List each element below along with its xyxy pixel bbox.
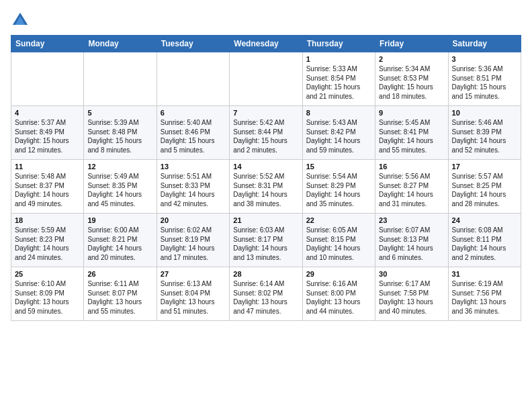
day-number: 18: [15, 216, 80, 224]
day-cell: 12Sunrise: 5:49 AM Sunset: 8:35 PM Dayli…: [84, 160, 157, 214]
day-cell: 8Sunrise: 5:43 AM Sunset: 8:42 PM Daylig…: [302, 106, 375, 160]
day-cell: 19Sunrise: 6:00 AM Sunset: 8:21 PM Dayli…: [84, 214, 157, 267]
day-number: 24: [452, 216, 517, 224]
day-cell: 28Sunrise: 6:14 AM Sunset: 8:02 PM Dayli…: [230, 267, 302, 321]
day-info: Sunrise: 5:54 AM Sunset: 8:29 PM Dayligh…: [306, 172, 371, 208]
day-info: Sunrise: 5:45 AM Sunset: 8:41 PM Dayligh…: [379, 118, 444, 154]
day-cell: 25Sunrise: 6:10 AM Sunset: 8:09 PM Dayli…: [11, 267, 84, 321]
day-cell: 29Sunrise: 6:16 AM Sunset: 8:00 PM Dayli…: [302, 267, 375, 321]
week-row-3: 18Sunrise: 5:59 AM Sunset: 8:23 PM Dayli…: [11, 214, 521, 267]
week-row-2: 11Sunrise: 5:48 AM Sunset: 8:37 PM Dayli…: [11, 160, 521, 214]
week-row-0: 1Sunrise: 5:33 AM Sunset: 8:54 PM Daylig…: [11, 52, 521, 106]
day-number: 12: [87, 163, 152, 171]
day-number: 22: [306, 216, 371, 224]
day-number: 21: [233, 216, 298, 224]
day-info: Sunrise: 6:07 AM Sunset: 8:13 PM Dayligh…: [379, 226, 444, 262]
day-cell: 6Sunrise: 5:40 AM Sunset: 8:46 PM Daylig…: [157, 106, 229, 160]
day-number: 19: [87, 216, 152, 224]
day-info: Sunrise: 6:08 AM Sunset: 8:11 PM Dayligh…: [452, 226, 517, 262]
day-info: Sunrise: 6:16 AM Sunset: 8:00 PM Dayligh…: [306, 279, 371, 316]
day-info: Sunrise: 5:39 AM Sunset: 8:48 PM Dayligh…: [87, 118, 152, 154]
day-cell: 31Sunrise: 6:19 AM Sunset: 7:56 PM Dayli…: [448, 267, 521, 321]
day-number: 26: [87, 270, 152, 278]
day-number: 1: [306, 55, 371, 63]
day-info: Sunrise: 5:42 AM Sunset: 8:44 PM Dayligh…: [233, 118, 298, 154]
day-cell: 23Sunrise: 6:07 AM Sunset: 8:13 PM Dayli…: [375, 214, 448, 267]
day-info: Sunrise: 5:52 AM Sunset: 8:31 PM Dayligh…: [233, 172, 298, 208]
week-row-4: 25Sunrise: 6:10 AM Sunset: 8:09 PM Dayli…: [11, 267, 521, 321]
day-info: Sunrise: 6:17 AM Sunset: 7:58 PM Dayligh…: [379, 279, 444, 316]
day-cell: [157, 52, 229, 106]
day-cell: 2Sunrise: 5:34 AM Sunset: 8:53 PM Daylig…: [375, 52, 448, 106]
day-cell: 18Sunrise: 5:59 AM Sunset: 8:23 PM Dayli…: [11, 214, 84, 267]
day-info: Sunrise: 5:59 AM Sunset: 8:23 PM Dayligh…: [15, 226, 80, 262]
day-number: 10: [452, 109, 517, 117]
day-cell: 27Sunrise: 6:13 AM Sunset: 8:04 PM Dayli…: [157, 267, 229, 321]
day-info: Sunrise: 5:48 AM Sunset: 8:37 PM Dayligh…: [15, 172, 80, 208]
day-info: Sunrise: 6:00 AM Sunset: 8:21 PM Dayligh…: [87, 226, 152, 262]
page: SundayMondayTuesdayWednesdayThursdayFrid…: [0, 0, 532, 411]
day-number: 3: [452, 55, 517, 63]
header-row: SundayMondayTuesdayWednesdayThursdayFrid…: [11, 36, 521, 52]
day-info: Sunrise: 5:43 AM Sunset: 8:42 PM Dayligh…: [306, 118, 371, 154]
day-cell: 17Sunrise: 5:57 AM Sunset: 8:25 PM Dayli…: [448, 160, 521, 214]
day-info: Sunrise: 5:36 AM Sunset: 8:51 PM Dayligh…: [452, 64, 517, 101]
week-row-1: 4Sunrise: 5:37 AM Sunset: 8:49 PM Daylig…: [11, 106, 521, 160]
col-header-friday: Friday: [375, 36, 448, 52]
day-info: Sunrise: 5:33 AM Sunset: 8:54 PM Dayligh…: [306, 64, 371, 101]
col-header-wednesday: Wednesday: [230, 36, 302, 52]
day-number: 20: [161, 216, 226, 224]
day-number: 14: [233, 163, 298, 171]
day-cell: 21Sunrise: 6:03 AM Sunset: 8:17 PM Dayli…: [230, 214, 302, 267]
day-info: Sunrise: 5:56 AM Sunset: 8:27 PM Dayligh…: [379, 172, 444, 208]
day-number: 7: [233, 109, 298, 117]
logo: [11, 11, 32, 30]
day-cell: 3Sunrise: 5:36 AM Sunset: 8:51 PM Daylig…: [448, 52, 521, 106]
day-cell: 30Sunrise: 6:17 AM Sunset: 7:58 PM Dayli…: [375, 267, 448, 321]
day-info: Sunrise: 6:19 AM Sunset: 7:56 PM Dayligh…: [452, 279, 517, 316]
day-info: Sunrise: 6:14 AM Sunset: 8:02 PM Dayligh…: [233, 279, 298, 316]
day-info: Sunrise: 5:49 AM Sunset: 8:35 PM Dayligh…: [87, 172, 152, 208]
day-cell: 15Sunrise: 5:54 AM Sunset: 8:29 PM Dayli…: [302, 160, 375, 214]
day-number: 8: [306, 109, 371, 117]
day-cell: 11Sunrise: 5:48 AM Sunset: 8:37 PM Dayli…: [11, 160, 84, 214]
day-cell: 13Sunrise: 5:51 AM Sunset: 8:33 PM Dayli…: [157, 160, 229, 214]
day-cell: [230, 52, 302, 106]
day-cell: 1Sunrise: 5:33 AM Sunset: 8:54 PM Daylig…: [302, 52, 375, 106]
day-info: Sunrise: 6:02 AM Sunset: 8:19 PM Dayligh…: [161, 226, 226, 262]
day-number: 28: [233, 270, 298, 278]
day-number: 17: [452, 163, 517, 171]
day-info: Sunrise: 6:05 AM Sunset: 8:15 PM Dayligh…: [306, 226, 371, 262]
day-number: 11: [15, 163, 80, 171]
day-cell: 9Sunrise: 5:45 AM Sunset: 8:41 PM Daylig…: [375, 106, 448, 160]
col-header-monday: Monday: [84, 36, 157, 52]
day-number: 9: [379, 109, 444, 117]
day-info: Sunrise: 5:51 AM Sunset: 8:33 PM Dayligh…: [161, 172, 226, 208]
day-info: Sunrise: 5:40 AM Sunset: 8:46 PM Dayligh…: [161, 118, 226, 154]
calendar: SundayMondayTuesdayWednesdayThursdayFrid…: [11, 35, 521, 321]
day-info: Sunrise: 5:34 AM Sunset: 8:53 PM Dayligh…: [379, 64, 444, 101]
day-number: 29: [306, 270, 371, 278]
day-cell: 14Sunrise: 5:52 AM Sunset: 8:31 PM Dayli…: [230, 160, 302, 214]
day-number: 15: [306, 163, 371, 171]
day-info: Sunrise: 5:57 AM Sunset: 8:25 PM Dayligh…: [452, 172, 517, 208]
day-info: Sunrise: 5:37 AM Sunset: 8:49 PM Dayligh…: [15, 118, 80, 154]
day-cell: 7Sunrise: 5:42 AM Sunset: 8:44 PM Daylig…: [230, 106, 302, 160]
day-number: 6: [161, 109, 226, 117]
day-cell: [11, 52, 84, 106]
day-number: 5: [87, 109, 152, 117]
day-cell: [84, 52, 157, 106]
day-info: Sunrise: 6:03 AM Sunset: 8:17 PM Dayligh…: [233, 226, 298, 262]
day-info: Sunrise: 6:13 AM Sunset: 8:04 PM Dayligh…: [161, 279, 226, 316]
day-info: Sunrise: 6:11 AM Sunset: 8:07 PM Dayligh…: [87, 279, 152, 316]
col-header-saturday: Saturday: [448, 36, 521, 52]
day-number: 4: [15, 109, 80, 117]
day-cell: 20Sunrise: 6:02 AM Sunset: 8:19 PM Dayli…: [157, 214, 229, 267]
day-number: 27: [161, 270, 226, 278]
day-cell: 24Sunrise: 6:08 AM Sunset: 8:11 PM Dayli…: [448, 214, 521, 267]
day-cell: 5Sunrise: 5:39 AM Sunset: 8:48 PM Daylig…: [84, 106, 157, 160]
day-info: Sunrise: 5:46 AM Sunset: 8:39 PM Dayligh…: [452, 118, 517, 154]
day-number: 16: [379, 163, 444, 171]
day-number: 2: [379, 55, 444, 63]
col-header-sunday: Sunday: [11, 36, 84, 52]
